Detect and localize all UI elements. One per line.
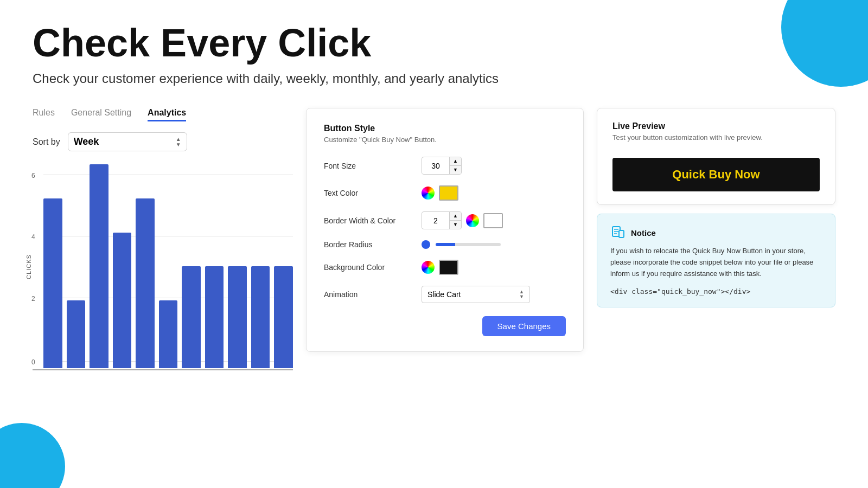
right-panel: Live Preview Test your button customizat… — [597, 108, 835, 307]
text-color-label: Text Color — [324, 189, 411, 197]
svg-rect-4 — [619, 230, 624, 237]
animation-control: Slide Cart ▲ ▼ — [422, 286, 530, 303]
border-down[interactable]: ▼ — [450, 221, 461, 229]
border-label: Border Width & Color — [324, 216, 411, 225]
font-size-value[interactable] — [422, 158, 449, 174]
tab-analytics[interactable]: Analytics — [148, 108, 186, 121]
notice-box: Notice If you wish to relocate the Quick… — [597, 214, 835, 307]
chart-area: CLICKS 6 4 2 0 — [33, 164, 293, 370]
border-color-picker-icon[interactable] — [466, 214, 479, 227]
font-size-arrows: ▲ ▼ — [449, 157, 461, 174]
font-size-control: ▲ ▼ — [422, 157, 462, 175]
bg-color-row: Background Color — [324, 260, 566, 275]
text-color-control — [422, 185, 458, 201]
notice-text: If you wish to relocate the Quick Buy No… — [610, 246, 822, 279]
sort-label: Sort by — [33, 137, 60, 147]
border-radius-slider[interactable] — [422, 240, 501, 249]
y-tick-0: 0 — [31, 358, 35, 366]
bg-color-swatch[interactable] — [439, 260, 458, 275]
chart-bar-3 — [113, 233, 132, 369]
slider-track — [436, 243, 501, 246]
font-size-row: Font Size ▲ ▼ — [324, 157, 566, 175]
text-color-row: Text Color — [324, 185, 566, 201]
animation-arrows: ▲ ▼ — [519, 290, 524, 299]
notice-header: Notice — [610, 225, 822, 240]
page-title: Check Every Click — [33, 22, 835, 65]
page-subtitle: Check your customer experience with dail… — [33, 71, 835, 86]
notice-icon — [610, 225, 626, 240]
bg-color-control — [422, 260, 458, 275]
chart-bar-5 — [159, 300, 178, 368]
sort-arrows: ▲ ▼ — [176, 137, 181, 147]
chart-bar-2 — [90, 164, 108, 368]
live-preview-box: Live Preview Test your button customizat… — [597, 108, 835, 205]
chart-bar-1 — [67, 300, 86, 368]
font-size-up[interactable]: ▲ — [450, 157, 461, 166]
tab-general-setting[interactable]: General Setting — [71, 108, 131, 121]
chart-bar-6 — [182, 266, 201, 368]
border-width-arrows: ▲ ▼ — [449, 212, 461, 229]
chart-bar-10 — [274, 266, 293, 368]
chart-bar-9 — [251, 266, 270, 368]
animation-select[interactable]: Slide Cart ▲ ▼ — [422, 286, 530, 303]
button-style-title: Button Style — [324, 124, 566, 133]
save-row: Save Changes — [324, 316, 566, 336]
border-control: ▲ ▼ — [422, 211, 503, 229]
live-preview-title: Live Preview — [612, 121, 820, 131]
button-style-desc: Customize "Quick Buy Now" Button. — [324, 136, 566, 144]
chart-bar-4 — [136, 198, 155, 368]
sort-value: Week — [74, 136, 171, 147]
analytics-panel: Rules General Setting Analytics Sort by … — [33, 108, 293, 370]
border-row: Border Width & Color ▲ ▼ — [324, 211, 566, 229]
y-tick-6: 6 — [31, 172, 35, 179]
live-preview-desc: Test your button customization with live… — [612, 133, 820, 142]
bg-color-picker-icon[interactable] — [422, 261, 435, 274]
tabs-row: Rules General Setting Analytics — [33, 108, 293, 121]
quick-buy-now-preview-button[interactable]: Quick Buy Now — [612, 158, 820, 191]
sort-row: Sort by Week ▲ ▼ — [33, 132, 293, 151]
slider-thumb[interactable] — [422, 240, 430, 249]
animation-value: Slide Cart — [427, 290, 515, 299]
border-radius-row: Border Radius — [324, 240, 566, 249]
animation-row: Animation Slide Cart ▲ ▼ — [324, 286, 566, 303]
chart-bar-0 — [43, 198, 62, 368]
font-size-down[interactable]: ▼ — [450, 166, 461, 174]
button-style-panel: Button Style Customize "Quick Buy Now" B… — [306, 108, 584, 352]
border-width-value[interactable] — [422, 213, 449, 228]
border-radius-label: Border Radius — [324, 240, 411, 249]
color-picker-icon[interactable] — [422, 187, 435, 200]
bg-circle-bottom-left — [0, 423, 65, 488]
border-color-swatch[interactable] — [483, 213, 503, 228]
font-size-label: Font Size — [324, 162, 411, 170]
chart-bar-7 — [205, 266, 224, 368]
chart-y-label: CLICKS — [25, 254, 32, 279]
y-tick-4: 4 — [31, 233, 35, 241]
chart-bar-8 — [228, 266, 247, 368]
text-color-swatch[interactable] — [439, 185, 458, 201]
y-tick-2: 2 — [31, 295, 35, 303]
animation-label: Animation — [324, 290, 411, 299]
border-width-input[interactable]: ▲ ▼ — [422, 211, 462, 229]
tab-rules[interactable]: Rules — [33, 108, 55, 121]
notice-title: Notice — [631, 228, 656, 237]
notice-code: <div class="quick_buy_now"></div> — [610, 287, 750, 296]
font-size-input[interactable]: ▲ ▼ — [422, 157, 462, 175]
bg-color-label: Background Color — [324, 263, 411, 272]
border-up[interactable]: ▲ — [450, 212, 461, 221]
sort-select[interactable]: Week ▲ ▼ — [68, 132, 187, 151]
save-changes-button[interactable]: Save Changes — [482, 316, 566, 336]
border-radius-control — [422, 240, 501, 249]
bars-container — [43, 164, 293, 369]
